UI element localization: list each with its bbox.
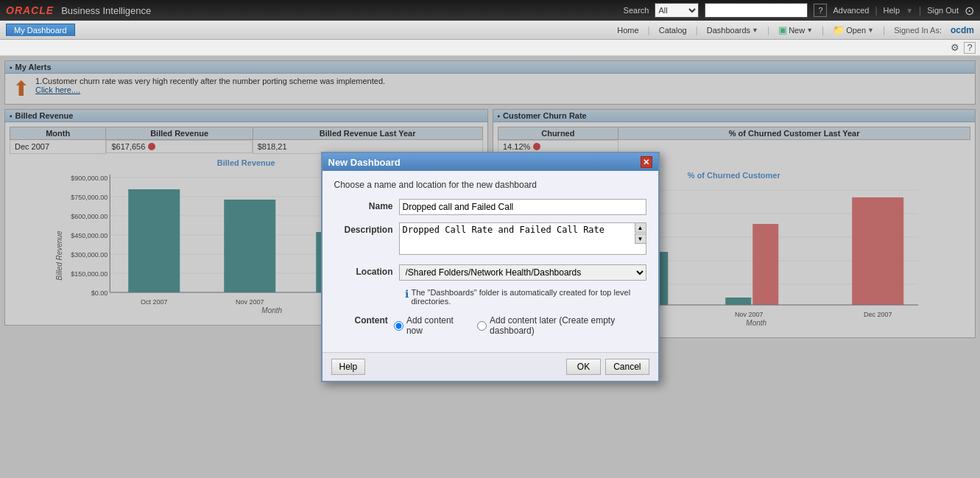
modal-footer: Help OK Cancel (322, 352, 658, 381)
location-select[interactable]: /Shared Folders/Network Health/Dashboard… (399, 264, 646, 281)
description-row: Description Dropped Call Rate and Failed… (334, 222, 646, 257)
desc-scroll-up[interactable]: ▲ (635, 222, 646, 233)
nav-right: Home | Catalog | Dashboards ▼ | ▣ New ▼ … (617, 24, 974, 35)
description-label: Description (334, 222, 393, 235)
help-button[interactable]: Help (331, 359, 366, 375)
catalog-link[interactable]: Catalog (659, 26, 687, 35)
user-icon: ⊙ (965, 4, 974, 18)
main-content: ▪ My Alerts ⬆ 1.Customer churn rate was … (0, 56, 980, 478)
radio-add-now-input[interactable] (394, 321, 403, 331)
modal-title: New Dashboard (328, 157, 401, 168)
new-icon: ▣ (778, 24, 787, 35)
open-dropdown[interactable]: 📁 Open ▼ (833, 24, 874, 35)
help-toolbar-icon[interactable]: ? (964, 42, 976, 54)
radio-add-later-input[interactable] (477, 321, 487, 331)
name-row: Name (334, 199, 646, 215)
bi-title: Business Intelligence (61, 5, 151, 16)
radio-add-later[interactable]: Add content later (Create empty dashboar… (477, 315, 646, 336)
name-label: Name (334, 199, 393, 211)
top-bar: ORACLE Business Intelligence Search All … (0, 0, 980, 21)
signed-in-label: Signed In As: (894, 26, 942, 35)
info-icon: ℹ (405, 288, 409, 300)
content-label: Content (334, 313, 388, 326)
search-input[interactable] (705, 3, 808, 18)
location-row: Location /Shared Folders/Network Health/… (334, 264, 646, 281)
location-label: Location (334, 264, 393, 277)
modal-description-text: Choose a name and location for the new d… (334, 180, 646, 190)
description-input[interactable]: Dropped Call Rate and Failed Call Rate (399, 222, 646, 255)
radio-add-now[interactable]: Add content now (394, 315, 465, 336)
modal-body: Choose a name and location for the new d… (322, 171, 658, 352)
info-text: The "Dashboards" folder is automatically… (412, 288, 646, 306)
info-row: ℹ The "Dashboards" folder is automatical… (334, 288, 646, 306)
signout-btn[interactable]: Sign Out (927, 6, 959, 15)
modal-close-btn[interactable]: ✕ (641, 156, 652, 168)
search-help-icon[interactable]: ? (814, 4, 827, 17)
footer-right: OK Cancel (566, 359, 649, 375)
oracle-logo: ORACLE (6, 4, 54, 16)
home-link[interactable]: Home (617, 26, 638, 35)
top-bar-right: Search All ? Advanced | Help ▼ | Sign Ou… (624, 3, 974, 18)
search-scope-select[interactable]: All (655, 3, 699, 18)
new-dashboard-modal: New Dashboard ✕ Choose a name and locati… (321, 152, 660, 382)
location-select-row: /Shared Folders/Network Health/Dashboard… (399, 264, 646, 281)
user-name: ocdm (951, 25, 974, 35)
toolbar: ⚙ ? (0, 40, 980, 56)
desc-scroll-down[interactable]: ▼ (635, 233, 646, 244)
cancel-button[interactable]: Cancel (605, 359, 649, 375)
my-dashboard-tab[interactable]: My Dashboard (6, 24, 75, 36)
open-chevron: ▼ (867, 27, 874, 34)
new-dropdown[interactable]: ▣ New ▼ (778, 24, 813, 35)
name-input[interactable] (399, 199, 646, 215)
modal-overlay: New Dashboard ✕ Choose a name and locati… (0, 56, 980, 478)
dashboards-chevron: ▼ (752, 27, 758, 34)
advanced-btn[interactable]: Advanced (833, 6, 869, 15)
dashboards-dropdown[interactable]: Dashboards ▼ (707, 26, 758, 35)
help-btn[interactable]: Help (884, 6, 900, 15)
settings-icon[interactable]: ⚙ (951, 42, 959, 53)
open-icon: 📁 (833, 24, 845, 35)
new-chevron: ▼ (806, 27, 813, 34)
nav-bar: My Dashboard Home | Catalog | Dashboards… (0, 21, 980, 40)
ok-button[interactable]: OK (566, 359, 601, 375)
search-label: Search (624, 6, 649, 15)
modal-title-bar: New Dashboard ✕ (322, 153, 658, 171)
content-row: Content Add content now Add content late… (334, 313, 646, 336)
